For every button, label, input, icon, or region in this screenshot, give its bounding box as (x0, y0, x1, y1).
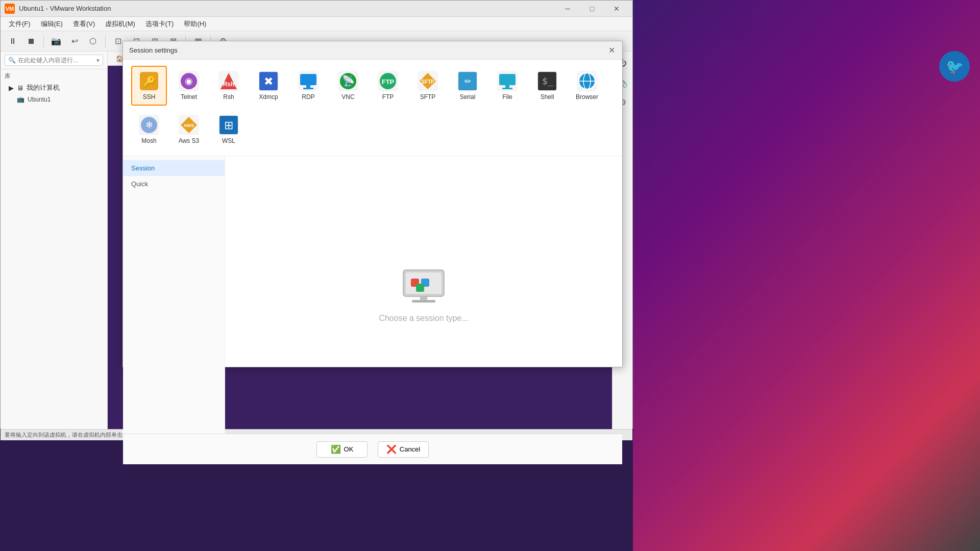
search-input[interactable] (18, 57, 94, 64)
session-type-aws-s3[interactable]: AWS Aws S3 (171, 110, 207, 149)
maximize-button[interactable]: □ (580, 2, 604, 16)
telnet-label: Telnet (181, 93, 197, 101)
close-button[interactable]: ✕ (605, 2, 628, 16)
session-types-row: 🔑 SSH ◉ Telnet Rsh Rsh ✖ Xdmcp (123, 60, 622, 156)
toolbar-sep-2 (105, 35, 106, 47)
svg-text:FTP: FTP (382, 78, 395, 86)
vnc-label: VNC (341, 93, 354, 101)
session-settings-dialog: Session settings ✕ 🔑 SSH ◉ Telnet Rsh Rs… (122, 41, 623, 367)
browser-label: Browser (576, 93, 598, 101)
dialog-title-bar: Session settings ✕ (123, 41, 622, 60)
vm-label: Ubuntu1 (28, 96, 51, 103)
menu-edit[interactable]: 编辑(E) (37, 18, 67, 30)
session-type-browser[interactable]: Browser (569, 66, 605, 106)
session-type-serial[interactable]: ✏ Serial (450, 66, 485, 106)
dialog-tab-session[interactable]: Session (123, 160, 225, 176)
ftp-icon: FTP (378, 71, 398, 91)
window-controls: ─ □ ✕ (556, 2, 628, 16)
rdp-icon (298, 71, 318, 91)
serial-icon: ✏ (457, 71, 478, 91)
vm-icon: 📺 (17, 96, 24, 103)
svg-rect-8 (300, 74, 316, 85)
session-type-sftp[interactable]: SFTP SFTP (410, 66, 446, 106)
toolbar-stop[interactable]: ⏹ (23, 33, 39, 49)
placeholder-monitor-icon (401, 267, 447, 306)
toolbar-clone[interactable]: ⬡ (85, 33, 101, 49)
svg-text:🔑: 🔑 (143, 76, 156, 88)
mosh-icon: ❄ (139, 115, 159, 135)
menu-bar: 文件(F) 编辑(E) 查看(V) 虚拟机(M) 选项卡(T) 帮助(H) (1, 17, 632, 31)
ok-icon: ✅ (331, 444, 341, 454)
title-bar: VM Ubuntu1 - VMware Workstation ─ □ ✕ (1, 1, 632, 17)
aws-s3-label: Aws S3 (179, 137, 199, 144)
browser-icon (577, 71, 597, 91)
session-type-ssh[interactable]: 🔑 SSH (131, 66, 167, 106)
rsh-label: Rsh (223, 93, 234, 101)
svg-text:📡: 📡 (342, 74, 355, 87)
session-type-mosh[interactable]: ❄ Mosh (131, 110, 167, 149)
my-computer-label: 我的计算机 (27, 83, 60, 92)
telnet-icon: ◉ (179, 71, 199, 91)
xdmcp-label: Xdmcp (259, 93, 278, 101)
search-dropdown-icon[interactable]: ▼ (95, 58, 101, 63)
session-type-ftp[interactable]: FTP FTP (370, 66, 406, 106)
session-type-vnc[interactable]: 📡 VNC (330, 66, 366, 106)
session-type-rdp[interactable]: RDP (290, 66, 326, 106)
expand-icon: ▶ (9, 84, 14, 92)
cancel-icon: ❌ (386, 444, 397, 454)
svg-text:◉: ◉ (185, 76, 193, 86)
app-icon: 🐦 (939, 51, 970, 82)
placeholder-text: Choose a session type... (379, 314, 468, 323)
sidebar-header: 🔍 ▼ (1, 52, 107, 69)
minimize-button[interactable]: ─ (556, 2, 579, 16)
menu-view[interactable]: 查看(V) (69, 18, 99, 30)
session-type-rsh[interactable]: Rsh Rsh (211, 66, 247, 106)
sftp-icon: SFTP (418, 71, 438, 91)
toolbar-restore[interactable]: ↩ (66, 33, 83, 49)
search-icon: 🔍 (8, 57, 16, 64)
menu-file[interactable]: 文件(F) (5, 18, 35, 30)
search-box[interactable]: 🔍 ▼ (5, 55, 103, 66)
menu-vm[interactable]: 虚拟机(M) (101, 18, 139, 30)
xdmcp-icon: ✖ (258, 71, 279, 91)
session-type-shell[interactable]: $_ Shell (529, 66, 565, 106)
aws-s3-icon: AWS (179, 115, 199, 135)
svg-text:✏: ✏ (464, 77, 472, 86)
menu-help[interactable]: 帮助(H) (180, 18, 210, 30)
session-type-xdmcp[interactable]: ✖ Xdmcp (251, 66, 286, 106)
ok-button[interactable]: ✅ OK (316, 441, 368, 458)
file-label: File (502, 93, 512, 101)
svg-text:$_: $_ (542, 76, 553, 86)
wsl-label: WSL (222, 137, 235, 144)
window-title: Ubuntu1 - VMware Workstation (19, 5, 556, 12)
file-icon (497, 71, 518, 91)
toolbar-pause[interactable]: ⏸ (5, 33, 21, 49)
svg-rect-20 (505, 85, 509, 88)
sidebar: 🔍 ▼ 库 ▶ 🖥 我的计算机 📺 Ubuntu1 (1, 52, 108, 429)
svg-rect-19 (499, 74, 516, 85)
background-panel (633, 0, 980, 551)
session-type-file[interactable]: File (489, 66, 525, 106)
cancel-button[interactable]: ❌ Cancel (378, 441, 429, 458)
sftp-label: SFTP (420, 93, 436, 101)
library-label: 库 (1, 69, 107, 81)
shell-label: Shell (541, 93, 554, 101)
sidebar-ubuntu1[interactable]: 📺 Ubuntu1 (1, 94, 107, 105)
svg-text:✖: ✖ (264, 75, 273, 88)
dialog-tab-quick[interactable]: Quick (123, 176, 225, 192)
shell-icon: $_ (537, 71, 557, 91)
dialog-footer: ✅ OK ❌ Cancel (123, 434, 622, 464)
dialog-close-button[interactable]: ✕ (605, 43, 618, 57)
toolbar-snapshot[interactable]: 📷 (48, 33, 64, 49)
mosh-label: Mosh (141, 137, 156, 144)
dialog-left-panel: Session Quick (123, 156, 225, 434)
svg-rect-21 (502, 88, 512, 89)
ftp-label: FTP (382, 93, 394, 101)
ssh-label: SSH (143, 93, 156, 101)
svg-rect-40 (412, 300, 435, 303)
menu-tabs[interactable]: 选项卡(T) (141, 18, 178, 30)
session-type-wsl[interactable]: ⊞ WSL (211, 110, 247, 149)
sidebar-my-computer[interactable]: ▶ 🖥 我的计算机 (1, 81, 107, 94)
rdp-label: RDP (302, 93, 314, 101)
session-type-telnet[interactable]: ◉ Telnet (171, 66, 207, 106)
